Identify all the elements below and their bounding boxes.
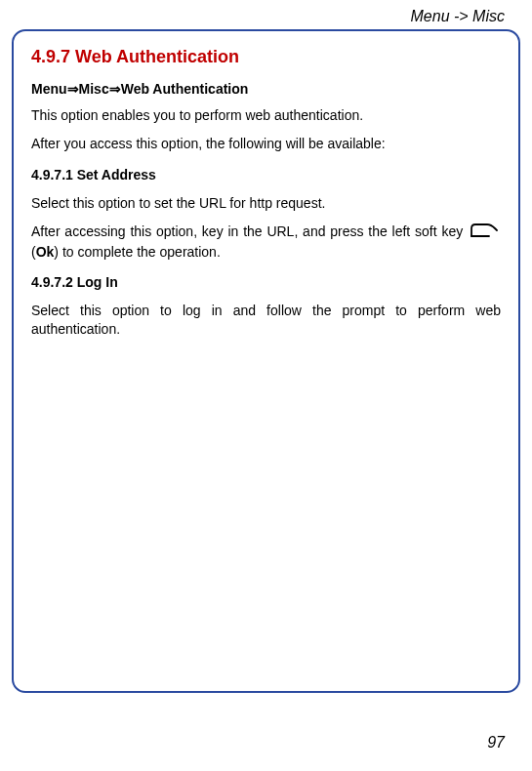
soft-key-icon: [470, 223, 499, 243]
text-after-ok: ) to complete the operation.: [54, 244, 220, 260]
intro-paragraph-1: This option enables you to perform web a…: [31, 106, 501, 125]
ok-label: Ok: [36, 244, 55, 260]
arrow-icon: ⇒: [109, 81, 121, 97]
section-heading: 4.9.7 Web Authentication: [31, 47, 501, 67]
menu-path: Menu⇒Misc⇒Web Authentication: [31, 81, 501, 97]
page-number: 97: [487, 734, 505, 751]
set-address-paragraph-1: Select this option to set the URL for ht…: [31, 194, 501, 213]
intro-paragraph-2: After you access this option, the follow…: [31, 135, 501, 153]
menu-path-part1: Menu: [31, 81, 67, 97]
page-header-breadcrumb: Menu -> Misc: [0, 0, 532, 29]
sub-heading-log-in: 4.9.7.2 Log In: [31, 274, 501, 290]
sub-heading-set-address: 4.9.7.1 Set Address: [31, 167, 501, 183]
menu-path-part3: Web Authentication: [121, 81, 249, 97]
menu-path-part2: Misc: [79, 81, 109, 97]
content-frame: 4.9.7 Web Authentication Menu⇒Misc⇒Web A…: [12, 29, 520, 693]
log-in-paragraph: Select this option to log in and follow …: [31, 302, 501, 339]
text-before-icon: After accessing this option, key in the …: [31, 223, 468, 239]
set-address-paragraph-2: After accessing this option, key in the …: [31, 223, 501, 262]
arrow-icon: ⇒: [67, 81, 79, 97]
